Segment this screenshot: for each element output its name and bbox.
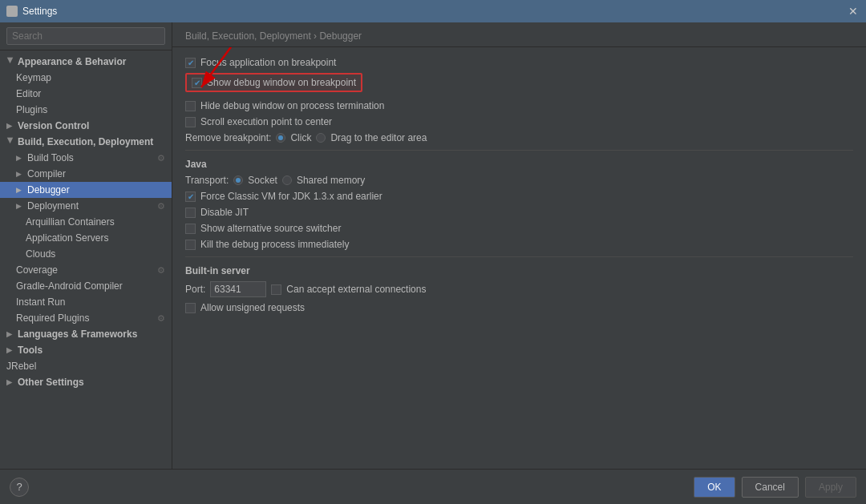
transport-socket-label: Socket [248, 175, 277, 186]
scroll-execution-row: Scroll execution point to center [185, 116, 853, 127]
builtin-server-header: Built-in server [185, 265, 853, 276]
disable-jit-label: Disable JIT [200, 207, 249, 218]
remove-breakpoint-label: Remove breakpoint: [185, 132, 271, 143]
settings-window: Settings ✕ ▶ Appearance & Behavior Keyma… [0, 0, 866, 504]
focus-breakpoint-row: ✔ Focus application on breakpoint [185, 57, 853, 68]
kill-debug-row: Kill the debug process immediately [185, 239, 853, 250]
show-alt-checkbox[interactable] [185, 224, 196, 234]
hide-debug-label: Hide debug window on process termination [200, 100, 384, 111]
help-button[interactable]: ? [10, 478, 29, 497]
allow-unsigned-row: Allow unsigned requests [185, 302, 853, 313]
sidebar-item-editor[interactable]: Editor [0, 86, 172, 102]
settings-icon [6, 6, 18, 17]
focus-breakpoint-label: Focus application on breakpoint [200, 57, 336, 68]
force-classic-checkbox[interactable]: ✔ [185, 192, 196, 202]
gear-icon-build-tools: ⚙ [157, 153, 165, 163]
remove-drag-radio[interactable] [316, 133, 326, 143]
bottom-buttons: OK Cancel Apply [694, 477, 856, 498]
title-bar: Settings ✕ [0, 0, 866, 22]
sidebar-item-coverage[interactable]: Coverage ⚙ [0, 262, 172, 278]
sidebar-item-build-execution[interactable]: ▶ Build, Execution, Deployment [0, 134, 172, 150]
cancel-button[interactable]: Cancel [742, 477, 799, 498]
sidebar: ▶ Appearance & Behavior Keymap Editor Pl… [0, 22, 172, 469]
gear-icon-coverage: ⚙ [157, 265, 165, 276]
sidebar-item-other-settings[interactable]: ▶ Other Settings [0, 374, 172, 390]
transport-label: Transport: [185, 175, 229, 186]
transport-row: Transport: Socket Shared memory [185, 175, 853, 186]
focus-breakpoint-checkbox[interactable]: ✔ [185, 58, 196, 68]
show-alt-label: Show alternative source switcher [200, 223, 341, 234]
force-classic-row: ✔ Force Classic VM for JDK 1.3.x and ear… [185, 191, 853, 202]
sidebar-item-version-control[interactable]: ▶ Version Control [0, 118, 172, 134]
separator-1 [185, 150, 853, 151]
search-input[interactable] [6, 27, 165, 45]
main-content: Build, Execution, Deployment › Debugger … [172, 22, 866, 469]
disable-jit-row: Disable JIT [185, 207, 853, 218]
content-area: ▶ Appearance & Behavior Keymap Editor Pl… [0, 22, 866, 469]
apply-button[interactable]: Apply [805, 477, 856, 498]
scroll-execution-checkbox[interactable] [185, 117, 196, 127]
window-title: Settings [22, 6, 57, 17]
transport-socket-radio[interactable] [233, 175, 243, 185]
sidebar-item-arquillian[interactable]: Arquillian Containers [0, 214, 172, 230]
expand-arrow-vc: ▶ [6, 122, 14, 130]
force-classic-label: Force Classic VM for JDK 1.3.x and earli… [200, 191, 382, 202]
expand-arrow-compiler: ▶ [16, 170, 24, 178]
sidebar-item-plugins[interactable]: Plugins [0, 102, 172, 118]
sidebar-item-required-plugins[interactable]: Required Plugins ⚙ [0, 310, 172, 326]
gear-icon-deployment: ⚙ [157, 201, 165, 212]
sidebar-item-clouds[interactable]: Clouds [0, 246, 172, 262]
sidebar-item-instant-run[interactable]: Instant Run [0, 294, 172, 310]
gear-icon-required-plugins: ⚙ [157, 313, 165, 324]
breadcrumb: Build, Execution, Deployment › Debugger [172, 22, 866, 47]
java-section-header: Java [185, 159, 853, 170]
sidebar-item-keymap[interactable]: Keymap [0, 70, 172, 86]
sidebar-item-app-servers[interactable]: Application Servers [0, 230, 172, 246]
sidebar-item-debugger[interactable]: ▶ Debugger [0, 182, 172, 198]
sidebar-item-appearance[interactable]: ▶ Appearance & Behavior [0, 54, 172, 70]
expand-arrow-build-tools: ▶ [16, 154, 24, 162]
remove-drag-label: Drag to the editor area [330, 132, 427, 143]
expand-arrow-debugger: ▶ [16, 186, 24, 194]
separator-2 [185, 256, 853, 257]
sidebar-item-tools[interactable]: ▶ Tools [0, 342, 172, 358]
sidebar-item-build-tools[interactable]: ▶ Build Tools ⚙ [0, 150, 172, 166]
show-debug-checkbox[interactable]: ✔ [192, 78, 202, 88]
title-bar-left: Settings [6, 6, 57, 17]
show-debug-row: ✔ Show debug window on breakpoint [185, 73, 362, 92]
expand-arrow-languages: ▶ [6, 330, 14, 338]
scroll-execution-label: Scroll execution point to center [200, 116, 332, 127]
port-row: Port: Can accept external connections [185, 281, 853, 297]
sidebar-item-jrebel[interactable]: JRebel [0, 358, 172, 374]
expand-arrow-appearance: ▶ [6, 58, 14, 66]
show-debug-label: Show debug window on breakpoint [207, 77, 356, 88]
allow-unsigned-checkbox[interactable] [185, 303, 196, 313]
kill-debug-label: Kill the debug process immediately [200, 239, 349, 250]
hide-debug-row: Hide debug window on process termination [185, 100, 853, 111]
expand-arrow-deployment: ▶ [16, 202, 24, 210]
bottom-bar: ? OK Cancel Apply [0, 469, 866, 504]
close-button[interactable]: ✕ [848, 6, 860, 17]
transport-shared-label: Shared memory [297, 175, 365, 186]
disable-jit-checkbox[interactable] [185, 208, 196, 218]
remove-click-label: Click [290, 132, 311, 143]
transport-shared-radio[interactable] [282, 175, 292, 185]
kill-debug-checkbox[interactable] [185, 240, 196, 250]
show-alt-row: Show alternative source switcher [185, 223, 853, 234]
sidebar-item-deployment[interactable]: ▶ Deployment ⚙ [0, 198, 172, 214]
sidebar-item-compiler[interactable]: ▶ Compiler [0, 166, 172, 182]
port-input[interactable] [210, 281, 266, 297]
remove-click-radio[interactable] [276, 133, 285, 143]
allow-unsigned-label: Allow unsigned requests [200, 302, 305, 313]
expand-arrow-build: ▶ [6, 138, 14, 146]
hide-debug-checkbox[interactable] [185, 101, 196, 111]
can-accept-label: Can accept external connections [286, 284, 426, 295]
ok-button[interactable]: OK [694, 477, 734, 498]
expand-arrow-tools: ▶ [6, 346, 14, 354]
sidebar-item-gradle-android[interactable]: Gradle-Android Compiler [0, 278, 172, 294]
nav-tree: ▶ Appearance & Behavior Keymap Editor Pl… [0, 50, 172, 469]
can-accept-checkbox[interactable] [271, 284, 281, 295]
remove-breakpoint-row: Remove breakpoint: Click Drag to the edi… [185, 132, 853, 143]
port-label: Port: [185, 284, 205, 295]
sidebar-item-languages[interactable]: ▶ Languages & Frameworks [0, 326, 172, 342]
